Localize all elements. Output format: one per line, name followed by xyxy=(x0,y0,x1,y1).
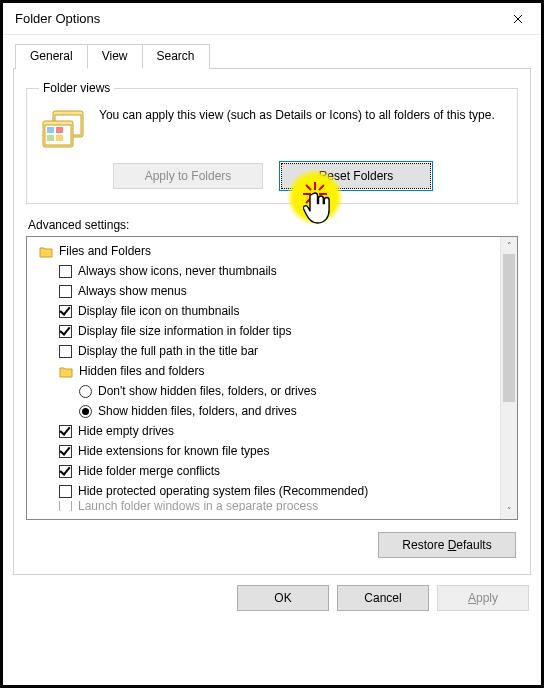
folder-views-group: Folder views You can apply this view (su… xyxy=(26,81,518,204)
opt-display-file-icon-thumb[interactable]: Display file icon on thumbnails xyxy=(33,301,498,321)
title-bar: Folder Options xyxy=(3,3,541,35)
svg-rect-7 xyxy=(56,135,63,141)
advanced-settings-label: Advanced settings: xyxy=(28,218,518,232)
opt-display-full-path[interactable]: Display the full path in the title bar xyxy=(33,341,498,361)
svg-line-13 xyxy=(319,198,324,203)
svg-line-15 xyxy=(306,198,311,203)
opt-always-show-menus[interactable]: Always show menus xyxy=(33,281,498,301)
folder-views-legend: Folder views xyxy=(39,81,114,95)
close-icon xyxy=(513,14,523,24)
svg-rect-6 xyxy=(47,135,54,141)
opt-dont-show-hidden[interactable]: Don't show hidden files, folders, or dri… xyxy=(33,381,498,401)
window-title: Folder Options xyxy=(15,11,100,26)
dialog-button-row: OK Cancel Apply xyxy=(3,575,541,623)
opt-cutoff[interactable]: Launch folder windows in a separate proc… xyxy=(33,501,498,511)
advanced-settings-tree[interactable]: Files and Folders Always show icons, nev… xyxy=(26,236,518,520)
opt-show-hidden[interactable]: Show hidden files, folders, and drives xyxy=(33,401,498,421)
ok-button[interactable]: OK xyxy=(237,585,329,611)
svg-rect-5 xyxy=(56,127,63,133)
folder-pair-icon xyxy=(41,107,89,149)
tree-header-hidden: Hidden files and folders xyxy=(33,361,498,381)
tab-page-view: Folder views You can apply this view (su… xyxy=(13,68,531,575)
tab-strip: General View Search xyxy=(15,43,531,68)
scroll-thumb[interactable] xyxy=(503,254,515,402)
close-button[interactable] xyxy=(495,3,541,34)
tree-header-files-folders: Files and Folders xyxy=(33,241,498,261)
apply-to-folders-button: Apply to Folders xyxy=(113,163,263,189)
tree-scrollbar[interactable]: ˄ ˅ xyxy=(500,237,517,519)
tab-general[interactable]: General xyxy=(15,44,88,69)
reset-folders-button[interactable]: Reset Folders xyxy=(281,163,431,189)
folder-icon xyxy=(39,244,53,258)
folder-views-desc: You can apply this view (such as Details… xyxy=(99,105,495,123)
svg-rect-4 xyxy=(47,127,54,133)
opt-hide-empty-drives[interactable]: Hide empty drives xyxy=(33,421,498,441)
tab-view[interactable]: View xyxy=(87,44,143,69)
opt-hide-protected-os[interactable]: Hide protected operating system files (R… xyxy=(33,481,498,501)
scroll-up-button[interactable]: ˄ xyxy=(501,237,517,254)
folder-icon xyxy=(59,364,73,378)
cancel-button[interactable]: Cancel xyxy=(337,585,429,611)
tab-search[interactable]: Search xyxy=(142,44,210,69)
scroll-down-button[interactable]: ˅ xyxy=(501,502,517,519)
restore-defaults-button[interactable]: Restore Defaults xyxy=(378,532,516,558)
opt-hide-merge-conflicts[interactable]: Hide folder merge conflicts xyxy=(33,461,498,481)
opt-display-size-tips[interactable]: Display file size information in folder … xyxy=(33,321,498,341)
apply-button: Apply xyxy=(437,585,529,611)
opt-always-show-icons[interactable]: Always show icons, never thumbnails xyxy=(33,261,498,281)
opt-hide-extensions[interactable]: Hide extensions for known file types xyxy=(33,441,498,461)
